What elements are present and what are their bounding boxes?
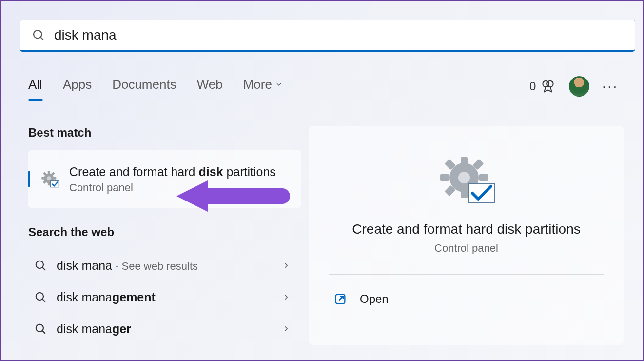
svg-rect-24 [440,174,449,181]
svg-rect-23 [461,189,468,198]
best-match-header: Best match [28,126,301,140]
web-result-text: disk mana - See web results [57,259,282,273]
svg-point-3 [547,81,553,87]
search-input[interactable] [54,27,623,43]
svg-point-30 [458,172,470,183]
results-column: Best match Create and format hard disk p… [28,126,301,345]
open-icon [333,292,347,306]
tab-all[interactable]: All [28,77,42,96]
more-options-button[interactable]: ··· [602,79,619,94]
preview-gear-icon [437,154,496,208]
control-panel-icon [40,169,59,189]
svg-point-19 [36,324,43,332]
preview-subtitle: Control panel [329,242,604,255]
search-icon [32,28,45,42]
chevron-right-icon [282,261,291,270]
search-icon [34,322,47,335]
svg-point-15 [36,261,43,268]
chevron-down-icon [275,80,283,88]
search-icon [34,291,47,303]
svg-rect-6 [48,182,50,186]
svg-point-13 [47,176,51,180]
medal-icon [541,79,555,94]
web-result[interactable]: disk mana - See web results [28,250,301,281]
tab-web[interactable]: Web [197,77,223,96]
web-result[interactable]: disk manager [28,313,301,345]
tab-documents[interactable]: Documents [112,77,176,96]
svg-rect-8 [53,177,57,180]
web-result-text: disk manager [57,322,282,336]
open-label: Open [360,292,389,306]
svg-line-18 [42,299,45,302]
svg-line-20 [42,331,45,334]
open-action[interactable]: Open [329,288,604,310]
search-icon [34,259,47,272]
svg-line-1 [40,37,43,40]
best-match-result[interactable]: Create and format hard disk partitions C… [28,150,301,208]
tab-more[interactable]: More [243,77,283,96]
divider [329,274,604,275]
preview-title: Create and format hard disk partitions [329,221,604,237]
search-bar[interactable] [20,20,635,52]
tab-apps[interactable]: Apps [63,77,92,96]
rewards-count: 0 [529,80,536,93]
search-web-header: Search the web [28,225,301,239]
user-avatar[interactable] [569,76,589,97]
best-match-title: Create and format hard disk partitions [69,164,292,180]
chevron-right-icon [282,293,291,301]
rewards-badge[interactable]: 0 [529,79,555,94]
tabs-row: All Apps Documents Web More 0 ··· [28,76,624,97]
svg-rect-25 [479,174,488,181]
svg-rect-7 [41,177,45,180]
svg-rect-5 [48,171,50,174]
web-result[interactable]: disk management [28,281,301,313]
chevron-right-icon [282,324,291,333]
web-result-text: disk management [57,290,282,304]
svg-rect-22 [461,157,468,166]
best-match-subtitle: Control panel [69,181,292,194]
svg-line-16 [42,267,45,270]
svg-point-0 [34,30,41,38]
svg-point-17 [36,293,43,300]
tab-more-label: More [243,77,272,92]
preview-panel: Create and format hard disk partitions C… [309,126,624,345]
